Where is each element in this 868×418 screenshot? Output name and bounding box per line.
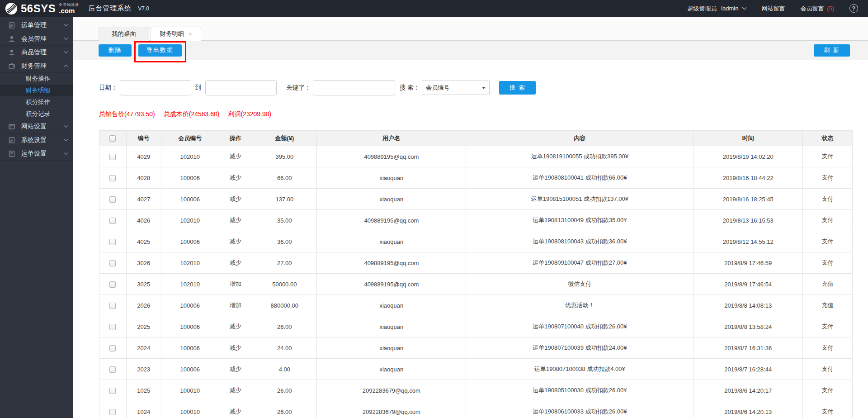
close-icon[interactable]: × xyxy=(189,31,192,37)
cell-username-link[interactable]: 409889195@qq.com xyxy=(317,146,466,167)
cell-username-link[interactable]: 409889195@qq.com xyxy=(317,274,466,295)
cell-content-link[interactable]: 运单190806100033 成功扣款26.00¥ xyxy=(466,401,693,418)
col-header-status: 状态 xyxy=(803,131,853,146)
cell-time: 2019/8/7 16:31:36 xyxy=(693,337,803,359)
row-checkbox[interactable] xyxy=(109,196,116,203)
help-icon[interactable]: ? xyxy=(849,4,858,13)
cell-member-id: 100006 xyxy=(161,295,219,316)
cell-id: 3025 xyxy=(126,274,161,295)
sidebar-item-waybill-settings[interactable]: 运单设置 xyxy=(0,147,73,161)
date-label: 日期： xyxy=(99,84,118,92)
top-header: 56SYS 全景物流通 .com 后台管理系统 V7.0 超级管理员 iadmi… xyxy=(0,0,868,17)
chevron-down-icon xyxy=(64,23,68,26)
sidebar-item-waybill-mgmt[interactable]: 运单管理 xyxy=(0,19,73,32)
user-menu[interactable]: 超级管理员 iadmin xyxy=(687,5,746,13)
main-area: 我的桌面 财务明细 × 删除 导出数据 刷 新 日期： 到 关键字： 搜 索： … xyxy=(73,17,868,418)
sidebar-item-website-settings[interactable]: 网站设置 xyxy=(0,120,73,133)
cell-username-link[interactable]: xiaoquan xyxy=(317,359,466,380)
row-checkbox[interactable] xyxy=(109,218,116,224)
row-checkbox[interactable] xyxy=(109,366,116,373)
row-checkbox[interactable] xyxy=(109,239,116,245)
tab-my-desktop[interactable]: 我的桌面 xyxy=(99,27,149,41)
cell-content-link[interactable]: 微信支付 xyxy=(466,274,693,295)
brand-logo: 56SYS 全景物流通 .com 后台管理系统 V7.0 xyxy=(5,2,149,15)
site-messages-link[interactable]: 网站留言 xyxy=(761,5,785,13)
cell-content-link[interactable]: 运单190813100049 成功扣款35.00¥ xyxy=(466,210,693,231)
sidebar-item-label: 系统设置 xyxy=(21,136,65,144)
row-checkbox[interactable] xyxy=(109,303,116,309)
content-panel: 日期： 到 关键字： 搜 索： 会员编号 搜 索 总销售价(47793.50) … xyxy=(73,60,868,418)
sidebar-item-finance-mgmt[interactable]: 财务管理 xyxy=(0,59,73,73)
search-type-select[interactable]: 会员编号 xyxy=(422,81,490,95)
select-all-checkbox[interactable] xyxy=(109,135,116,142)
row-checkbox[interactable] xyxy=(109,388,116,394)
row-checkbox[interactable] xyxy=(109,281,116,288)
cell-status: 支付 xyxy=(803,359,853,380)
cell-username-link[interactable]: xiaoquan xyxy=(317,189,466,210)
sidebar-item-system-settings[interactable]: 系统设置 xyxy=(0,133,73,147)
date-to-input[interactable] xyxy=(205,80,277,95)
cell-status: 支付 xyxy=(803,146,853,167)
cell-content-link[interactable]: 运单190807100038 成功扣款4.00¥ xyxy=(466,359,693,380)
sidebar-subitem-finance-ops[interactable]: 财务操作 xyxy=(0,73,73,85)
cell-username-link[interactable]: 2092283679@qq.com xyxy=(317,380,466,401)
keyword-input[interactable] xyxy=(313,80,395,95)
cell-content-link[interactable]: 运单190808100041 成功扣款66.00¥ xyxy=(466,167,693,189)
cell-status: 充值 xyxy=(803,274,853,295)
refresh-button[interactable]: 刷 新 xyxy=(814,44,850,57)
delete-button[interactable]: 删除 xyxy=(99,44,132,57)
cell-id: 2026 xyxy=(126,295,161,316)
cell-id: 4025 xyxy=(126,231,161,252)
row-checkbox[interactable] xyxy=(109,324,116,330)
cell-username-link[interactable]: xiaoquan xyxy=(317,295,466,316)
cell-content-link[interactable]: 运单190805100030 成功扣款26.00¥ xyxy=(466,380,693,401)
member-messages-link[interactable]: 会员留言 (5) xyxy=(800,5,834,13)
cell-username-link[interactable]: xiaoquan xyxy=(317,231,466,252)
tab-finance-detail[interactable]: 财务明细 × xyxy=(151,27,201,41)
select-all-cell xyxy=(99,131,127,146)
cell-username-link[interactable]: 409889195@qq.com xyxy=(317,210,466,231)
cell-username-link[interactable]: xiaoquan xyxy=(317,167,466,189)
date-from-input[interactable] xyxy=(120,80,191,95)
cell-content-link[interactable]: 运单190819100055 成功扣款395.00¥ xyxy=(466,146,693,167)
cell-content-link[interactable]: 运单190807100039 成功扣款24.00¥ xyxy=(466,337,693,359)
cell-status: 支付 xyxy=(803,380,853,401)
row-checkbox[interactable] xyxy=(109,154,116,160)
row-checkbox[interactable] xyxy=(109,175,116,181)
sidebar-item-member-mgmt[interactable]: 会员管理 xyxy=(0,32,73,46)
cell-status: 支付 xyxy=(803,401,853,418)
cell-content-link[interactable]: 运单190809100047 成功扣款27.00¥ xyxy=(466,252,693,274)
sidebar-subitem-finance-detail[interactable]: 财务明细 xyxy=(0,85,73,96)
cell-content-link[interactable]: 运单190808100043 成功扣款36.00¥ xyxy=(466,231,693,252)
cell-username-link[interactable]: 2092283679@qq.com xyxy=(317,401,466,418)
cell-member-id: 100006 xyxy=(161,231,219,252)
brand-tagline: 全景物流通 xyxy=(59,3,79,7)
cell-content-link[interactable]: 优惠活动！ xyxy=(466,295,693,316)
table-row: 4029 102010 减少 395.00 409889195@qq.com 运… xyxy=(99,146,853,167)
cell-amount: 24.00 xyxy=(252,337,317,359)
row-checkbox-cell xyxy=(99,380,127,401)
cell-amount: 26.00 xyxy=(252,380,317,401)
row-checkbox[interactable] xyxy=(109,409,116,415)
row-checkbox[interactable] xyxy=(109,260,116,266)
row-checkbox-cell xyxy=(99,316,127,337)
col-header-id: 编号 xyxy=(126,131,161,146)
cell-content-link[interactable]: 运单190807100040 成功扣款26.00¥ xyxy=(466,316,693,337)
cell-member-id: 100006 xyxy=(161,189,219,210)
search-type-label: 搜 索： xyxy=(400,84,420,92)
user-name: iadmin xyxy=(721,5,738,12)
export-data-button[interactable]: 导出数据 xyxy=(138,44,182,57)
search-button[interactable]: 搜 索 xyxy=(499,81,536,95)
cell-content-link[interactable]: 运单190815100051 成功扣款137.00¥ xyxy=(466,189,693,210)
table-row: 4028 100006 减少 66.00 xiaoquan 运单19080810… xyxy=(99,167,853,189)
sidebar-subitem-points-records[interactable]: 积分记录 xyxy=(0,108,73,120)
row-checkbox[interactable] xyxy=(109,345,116,352)
cell-op: 减少 xyxy=(219,359,252,380)
cell-time: 2019/8/16 18:44:22 xyxy=(693,167,803,189)
cell-username-link[interactable]: xiaoquan xyxy=(317,337,466,359)
table-row: 4026 102010 减少 35.00 409889195@qq.com 运单… xyxy=(99,210,853,231)
sidebar-subitem-points-ops[interactable]: 积分操作 xyxy=(0,96,73,108)
cell-username-link[interactable]: xiaoquan xyxy=(317,316,466,337)
sidebar-item-product-mgmt[interactable]: 商品管理 xyxy=(0,46,73,59)
cell-username-link[interactable]: 409889195@qq.com xyxy=(317,252,466,274)
